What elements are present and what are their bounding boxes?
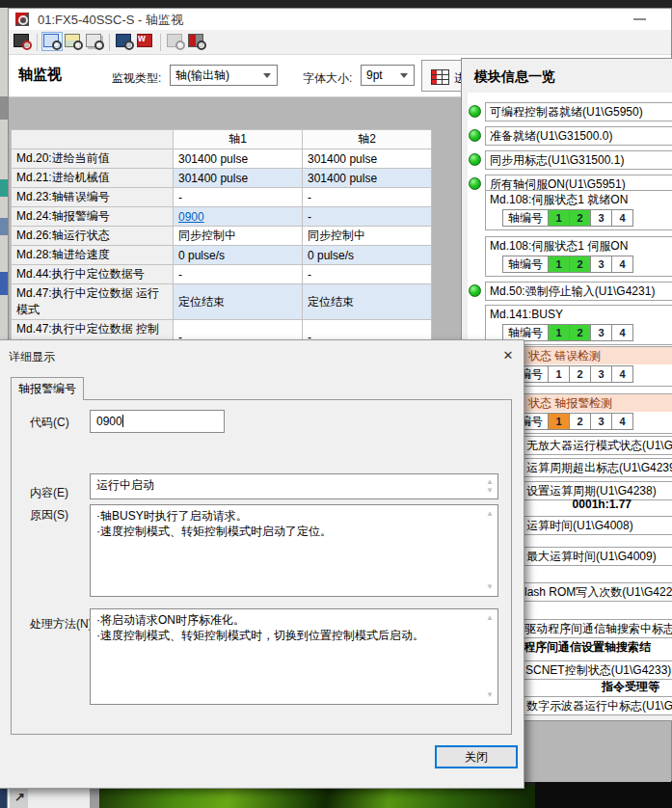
module-search-icon[interactable] bbox=[187, 33, 206, 50]
device-monitor-icon[interactable] bbox=[115, 33, 134, 50]
scroll-down-icon[interactable]: ▼ bbox=[486, 487, 494, 495]
axis-number-label: 轴编号 bbox=[502, 209, 549, 227]
table-row: Md.47:执行中定位数据 运行模式定位结束定位结束 bbox=[12, 284, 432, 320]
text-line: ·将启动请求ON时序标准化。 bbox=[96, 612, 478, 628]
row-label: Md.44:执行中定位数据号 bbox=[12, 265, 174, 284]
detail-display-dialog: 详细显示 ✕ 轴报警编号 代码(C) 0900 内容(E) 运行中启动 ▲ ▼ … bbox=[0, 339, 524, 789]
copy-window-icon[interactable] bbox=[85, 33, 104, 50]
cell-axis2: 301400 pulse bbox=[303, 169, 432, 188]
row-label: Md.24:轴报警编号 bbox=[12, 207, 174, 227]
axis-4-status-cell: 4 bbox=[612, 413, 633, 430]
status-led-icon bbox=[469, 105, 481, 118]
axis-1-status-cell: 1 bbox=[549, 413, 570, 430]
waveform-monitor-icon[interactable]: w bbox=[136, 33, 155, 50]
axis-2-status-cell: 2 bbox=[570, 413, 591, 430]
close-button[interactable]: 关闭 bbox=[435, 745, 518, 768]
code-label: 代码(C) bbox=[30, 415, 69, 431]
code-input[interactable]: 0900 bbox=[90, 410, 225, 433]
table-row: Md.44:执行中定位数据号-- bbox=[12, 265, 432, 284]
axis-3-status-cell: 3 bbox=[591, 365, 612, 383]
text-caret bbox=[122, 415, 123, 427]
axis-4-status-cell: 4 bbox=[612, 324, 633, 341]
module-status-item: 准备就绪(U1\G31500.0) bbox=[485, 126, 672, 146]
scroll-up-icon[interactable]: ▲ bbox=[486, 614, 494, 622]
edit-window-icon[interactable] bbox=[64, 33, 83, 50]
background-window-fragment bbox=[0, 96, 8, 120]
corner-header bbox=[12, 130, 174, 149]
background-window-bottom bbox=[28, 789, 90, 808]
content-label: 内容(E) bbox=[30, 485, 68, 501]
content-value: 运行中启动 bbox=[96, 478, 154, 492]
cell-axis2: 定位结束 bbox=[303, 284, 432, 320]
code-value: 0900 bbox=[96, 415, 122, 428]
titlebar: 01:FX5-40SSC-S - 轴监视 bbox=[9, 9, 671, 30]
snapshot-disabled-icon[interactable] bbox=[166, 33, 185, 50]
cell-axis1: 0900 bbox=[174, 207, 303, 227]
scroll-up-icon[interactable]: ▲ bbox=[486, 510, 494, 518]
status-led-icon bbox=[469, 153, 481, 166]
row-label: Md.26:轴运行状态 bbox=[12, 227, 174, 246]
cell-axis1: 301400 pulse bbox=[174, 169, 303, 188]
warning-number-link[interactable]: 0900 bbox=[178, 210, 204, 224]
axis-1-status-cell: 1 bbox=[549, 365, 570, 383]
status-led-icon bbox=[469, 177, 481, 190]
background-window-fragment bbox=[0, 179, 8, 197]
table-row: Md.24:轴报警编号0900- bbox=[12, 207, 432, 227]
app-icon bbox=[15, 13, 29, 26]
axis-number-label: 轴编号 bbox=[502, 256, 549, 273]
table-row: Md.23:轴错误编号-- bbox=[12, 188, 432, 207]
module-status-item: Md.50:强制停止输入(U1\G4231) bbox=[485, 282, 672, 301]
row-label: Md.23:轴错误编号 bbox=[12, 188, 174, 207]
axis-number-row: 轴编号1234 bbox=[502, 256, 672, 273]
tab-axis-warning-number[interactable]: 轴报警编号 bbox=[11, 377, 84, 400]
scroll-up-icon[interactable]: ▲ bbox=[486, 478, 494, 486]
group-title: Md.108:伺服状态1 就绪ON bbox=[486, 191, 672, 208]
pane-heading: 轴监视 bbox=[18, 66, 62, 84]
monitor-window-icon[interactable] bbox=[42, 33, 62, 50]
cell-axis2: - bbox=[303, 265, 432, 284]
monitor-type-label: 监视类型: bbox=[112, 70, 161, 87]
group-title: Md.141:BUSY bbox=[486, 306, 672, 323]
cause-label: 原因(S) bbox=[30, 507, 68, 524]
axis-monitor-dark-icon[interactable] bbox=[13, 33, 32, 50]
table-row: Md.20:进给当前值301400 pulse301400 pulse bbox=[12, 149, 432, 169]
cell-axis1: 0 pulse/s bbox=[174, 246, 303, 265]
cell-axis1: 定位结束 bbox=[174, 284, 303, 320]
content-textbox[interactable]: 运行中启动 ▲ ▼ bbox=[90, 473, 498, 499]
monitor-type-select[interactable]: 轴(输出轴) bbox=[170, 65, 278, 86]
row-label: Md.47:执行中定位数据 运行模式 bbox=[12, 284, 174, 320]
axis-1-status-cell: 1 bbox=[549, 324, 570, 341]
close-icon[interactable]: ✕ bbox=[497, 345, 520, 366]
scroll-down-icon[interactable]: ▼ bbox=[486, 691, 494, 699]
desktop-top-strip bbox=[0, 0, 672, 8]
font-size-select[interactable]: 9pt bbox=[361, 65, 415, 86]
toolbar-separator bbox=[37, 34, 38, 51]
cell-axis2: 301400 pulse bbox=[303, 149, 432, 169]
dialog-title: 详细显示 bbox=[9, 349, 55, 365]
axis-number-row: 轴编号1234 bbox=[502, 413, 672, 430]
text-line: ·速度控制模式、转矩控制模式时，切换到位置控制模式后启动。 bbox=[96, 628, 478, 643]
cause-lines: ·轴BUSY时执行了启动请求。·速度控制模式、转矩控制模式时启动了定位。 bbox=[96, 508, 478, 539]
cell-axis2: 同步控制中 bbox=[303, 227, 432, 246]
background-window-fragment bbox=[0, 218, 8, 235]
module-status-group: Md.108:伺服状态1 伺服ON轴编号1234 bbox=[485, 236, 672, 277]
cell-axis1: 301400 pulse bbox=[174, 149, 303, 169]
axis-column-header: 轴2 bbox=[303, 130, 432, 149]
axis-3-status-cell: 3 bbox=[591, 324, 612, 341]
axis-number-row: 轴编号1234 bbox=[502, 209, 672, 227]
table-icon bbox=[431, 69, 449, 85]
scroll-down-icon[interactable]: ▼ bbox=[486, 583, 494, 591]
axis-4-status-cell: 4 bbox=[612, 365, 633, 383]
remedy-lines: ·将启动请求ON时序标准化。·速度控制模式、转矩控制模式时，切换到位置控制模式后… bbox=[96, 612, 478, 643]
chevron-down-icon bbox=[400, 73, 408, 78]
cause-textbox[interactable]: ·轴BUSY时执行了启动请求。·速度控制模式、转矩控制模式时启动了定位。 ▲ ▼ bbox=[90, 504, 498, 597]
remedy-textbox[interactable]: ·将启动请求ON时序标准化。·速度控制模式、转矩控制模式时，切换到位置控制模式后… bbox=[90, 608, 498, 705]
font-size-label: 字体大小: bbox=[303, 70, 352, 87]
module-status-group: Md.108:伺服状态1 就绪ON轴编号1234 bbox=[485, 190, 672, 230]
status-led-icon bbox=[469, 284, 481, 297]
table-row: Md.26:轴运行状态同步控制中同步控制中 bbox=[12, 227, 432, 246]
minimize-button[interactable] bbox=[633, 18, 646, 20]
font-size-value: 9pt bbox=[366, 68, 383, 82]
axis-1-status-cell: 1 bbox=[549, 256, 570, 273]
row-label: Md.28:轴进给速度 bbox=[12, 246, 174, 265]
